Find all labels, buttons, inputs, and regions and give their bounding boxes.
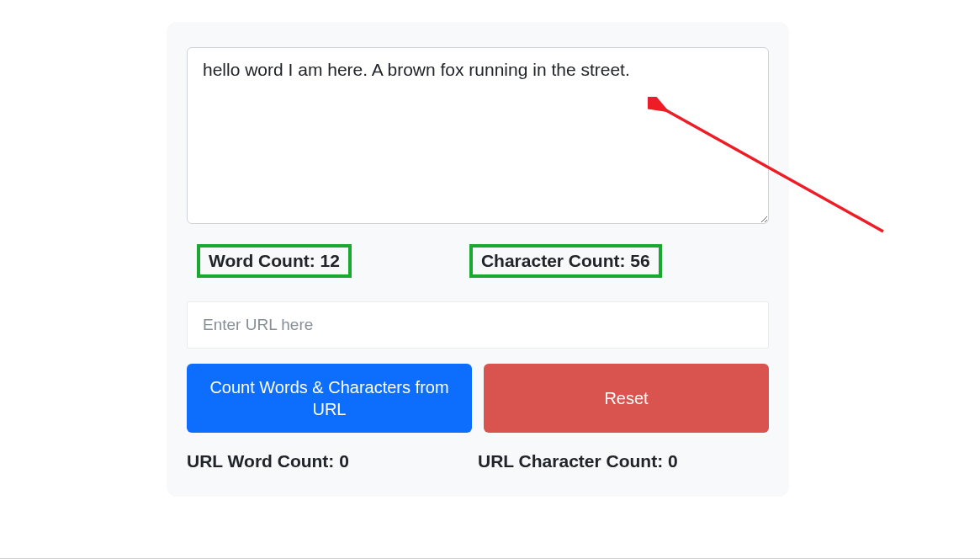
- url-char-count-label: URL Character Count:: [478, 451, 668, 471]
- word-count-value: 12: [320, 251, 340, 270]
- char-count-label: Character Count:: [481, 251, 630, 270]
- counts-row: Word Count: 12 Character Count: 56: [187, 244, 769, 278]
- url-word-count-display: URL Word Count: 0: [187, 451, 478, 471]
- word-count-label: Word Count:: [209, 251, 320, 270]
- char-count-display: Character Count: 56: [469, 244, 662, 278]
- textarea-container: [187, 47, 769, 227]
- word-counter-card: Word Count: 12 Character Count: 56 Count…: [167, 22, 789, 497]
- count-url-button[interactable]: Count Words & Characters from URL: [187, 364, 472, 433]
- url-char-count-value: 0: [668, 451, 678, 471]
- url-word-count-value: 0: [339, 451, 349, 471]
- url-word-count-label: URL Word Count:: [187, 451, 339, 471]
- text-input[interactable]: [187, 47, 769, 224]
- url-char-count-display: URL Character Count: 0: [478, 451, 769, 471]
- url-input[interactable]: [187, 301, 769, 349]
- word-count-display: Word Count: 12: [197, 244, 352, 278]
- url-input-container: [187, 301, 769, 349]
- url-counts-row: URL Word Count: 0 URL Character Count: 0: [187, 451, 769, 471]
- char-count-value: 56: [630, 251, 649, 270]
- button-row: Count Words & Characters from URL Reset: [187, 364, 769, 433]
- reset-button[interactable]: Reset: [484, 364, 769, 433]
